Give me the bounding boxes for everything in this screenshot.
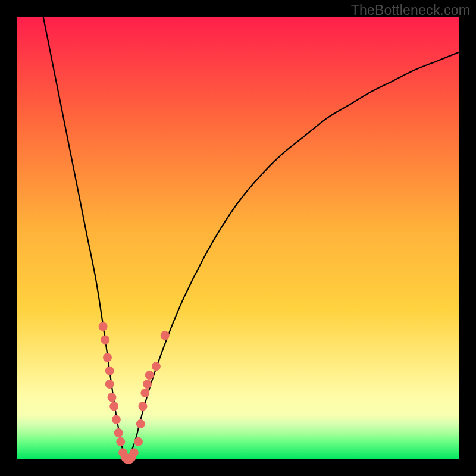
data-point xyxy=(101,336,109,345)
data-point xyxy=(152,362,161,371)
data-point xyxy=(161,331,170,340)
data-point xyxy=(105,380,114,389)
data-point xyxy=(145,371,154,380)
data-point xyxy=(108,393,117,402)
data-point xyxy=(140,389,149,397)
data-point xyxy=(139,402,148,411)
bottleneck-curve xyxy=(43,17,459,459)
data-point xyxy=(136,419,145,428)
data-point xyxy=(105,367,114,375)
plot-area xyxy=(17,17,459,459)
chart-frame: TheBottleneck.com xyxy=(0,0,476,476)
data-point xyxy=(116,437,125,446)
data-point xyxy=(130,448,139,457)
data-point xyxy=(109,402,118,411)
watermark-text: TheBottleneck.com xyxy=(351,2,470,18)
data-point xyxy=(112,415,121,424)
data-point xyxy=(134,437,143,446)
data-point xyxy=(143,380,152,389)
data-point xyxy=(114,428,123,437)
data-point xyxy=(103,353,112,362)
data-point xyxy=(99,322,108,331)
curve-layer xyxy=(17,17,459,459)
